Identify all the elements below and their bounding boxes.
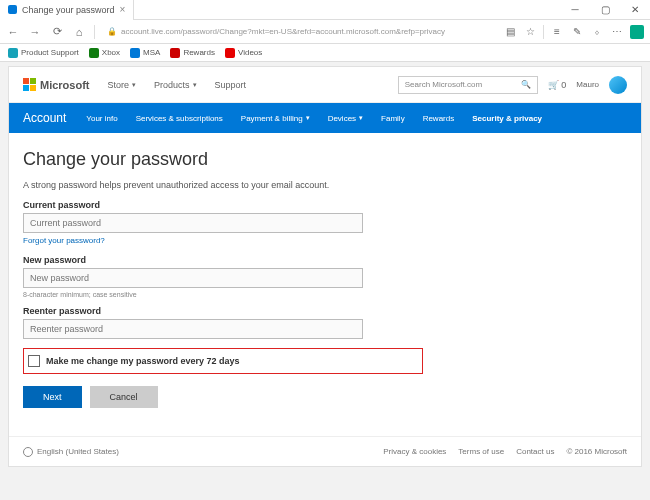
account-title: Account: [23, 111, 66, 125]
cart-button[interactable]: 🛒 0: [548, 80, 567, 90]
search-icon[interactable]: 🔍: [521, 80, 531, 89]
reenter-password-label: Reenter password: [23, 306, 627, 316]
page-footer: English (United States) Privacy & cookie…: [9, 436, 641, 466]
form-body: Change your password A strong password h…: [9, 133, 641, 418]
tab-favicon: [8, 5, 17, 14]
microsoft-header: Microsoft Store▾ Products▾ Support Searc…: [9, 67, 641, 103]
more-icon[interactable]: ⋯: [610, 25, 624, 39]
page-subtitle: A strong password helps prevent unauthor…: [23, 180, 627, 190]
back-icon[interactable]: ←: [6, 25, 20, 39]
window-controls: ─ ▢ ✕: [560, 0, 650, 20]
search-input[interactable]: Search Microsoft.com 🔍: [398, 76, 538, 94]
extension-icon[interactable]: [630, 25, 644, 39]
locale-link[interactable]: English (United States): [37, 447, 119, 456]
nav-security[interactable]: Security & privacy: [472, 114, 542, 123]
password-expiry-row: Make me change my password every 72 days: [23, 348, 423, 374]
nav-your-info[interactable]: Your info: [86, 114, 117, 123]
next-button[interactable]: Next: [23, 386, 82, 408]
logo-icon: [23, 78, 36, 91]
nav-support[interactable]: Support: [215, 80, 247, 90]
close-window-button[interactable]: ✕: [620, 0, 650, 20]
user-avatar[interactable]: [609, 76, 627, 94]
home-icon[interactable]: ⌂: [72, 25, 86, 39]
expiry-checkbox[interactable]: [28, 355, 40, 367]
current-password-label: Current password: [23, 200, 627, 210]
microsoft-logo[interactable]: Microsoft: [23, 78, 90, 91]
favorite-icon[interactable]: ☆: [523, 25, 537, 39]
nav-services[interactable]: Services & subscriptions: [136, 114, 223, 123]
nav-payment[interactable]: Payment & billing▾: [241, 114, 310, 123]
nav-rewards[interactable]: Rewards: [423, 114, 455, 123]
tab-title: Change your password: [22, 5, 115, 15]
globe-icon: [23, 447, 33, 457]
privacy-link[interactable]: Privacy & cookies: [383, 447, 446, 456]
nav-products[interactable]: Products▾: [154, 80, 197, 90]
copyright: © 2016 Microsoft: [566, 447, 627, 456]
chevron-down-icon: ▾: [132, 81, 136, 89]
chevron-down-icon: ▾: [306, 114, 310, 122]
user-name: Mauro: [576, 80, 599, 89]
account-nav: Account Your info Services & subscriptio…: [9, 103, 641, 133]
current-password-input[interactable]: [23, 213, 363, 233]
browser-titlebar: Change your password × ─ ▢ ✕: [0, 0, 650, 20]
fav-xbox[interactable]: Xbox: [89, 48, 120, 58]
fav-rewards[interactable]: Rewards: [170, 48, 215, 58]
nav-family[interactable]: Family: [381, 114, 405, 123]
reading-view-icon[interactable]: ▤: [503, 25, 517, 39]
contact-link[interactable]: Contact us: [516, 447, 554, 456]
url-text: account.live.com/password/Change?mkt=en-…: [121, 27, 445, 36]
favorites-bar: Product Support Xbox MSA Rewards Videos: [0, 44, 650, 62]
reenter-password-input[interactable]: [23, 319, 363, 339]
page-container: Microsoft Store▾ Products▾ Support Searc…: [8, 66, 642, 467]
chevron-down-icon: ▾: [193, 81, 197, 89]
nav-store[interactable]: Store▾: [108, 80, 137, 90]
refresh-icon[interactable]: ⟳: [50, 25, 64, 39]
maximize-button[interactable]: ▢: [590, 0, 620, 20]
lock-icon: 🔒: [107, 27, 117, 36]
fav-videos[interactable]: Videos: [225, 48, 262, 58]
hub-icon[interactable]: ≡: [550, 25, 564, 39]
fav-product-support[interactable]: Product Support: [8, 48, 79, 58]
new-password-input[interactable]: [23, 268, 363, 288]
page-title: Change your password: [23, 149, 627, 170]
expiry-label: Make me change my password every 72 days: [46, 356, 240, 366]
notes-icon[interactable]: ✎: [570, 25, 584, 39]
browser-toolbar: ← → ⟳ ⌂ 🔒 account.live.com/password/Chan…: [0, 20, 650, 44]
forgot-password-link[interactable]: Forgot your password?: [23, 236, 627, 245]
nav-devices[interactable]: Devices▾: [328, 114, 363, 123]
password-hint: 8-character minimum; case sensitive: [23, 291, 627, 298]
address-bar[interactable]: 🔒 account.live.com/password/Change?mkt=e…: [103, 27, 495, 36]
chevron-down-icon: ▾: [359, 114, 363, 122]
browser-tab[interactable]: Change your password ×: [0, 0, 134, 20]
tab-close-icon[interactable]: ×: [120, 4, 126, 15]
terms-link[interactable]: Terms of use: [458, 447, 504, 456]
minimize-button[interactable]: ─: [560, 0, 590, 20]
share-icon[interactable]: ⬨: [590, 25, 604, 39]
cancel-button[interactable]: Cancel: [90, 386, 158, 408]
forward-icon[interactable]: →: [28, 25, 42, 39]
new-password-label: New password: [23, 255, 627, 265]
fav-msa[interactable]: MSA: [130, 48, 160, 58]
